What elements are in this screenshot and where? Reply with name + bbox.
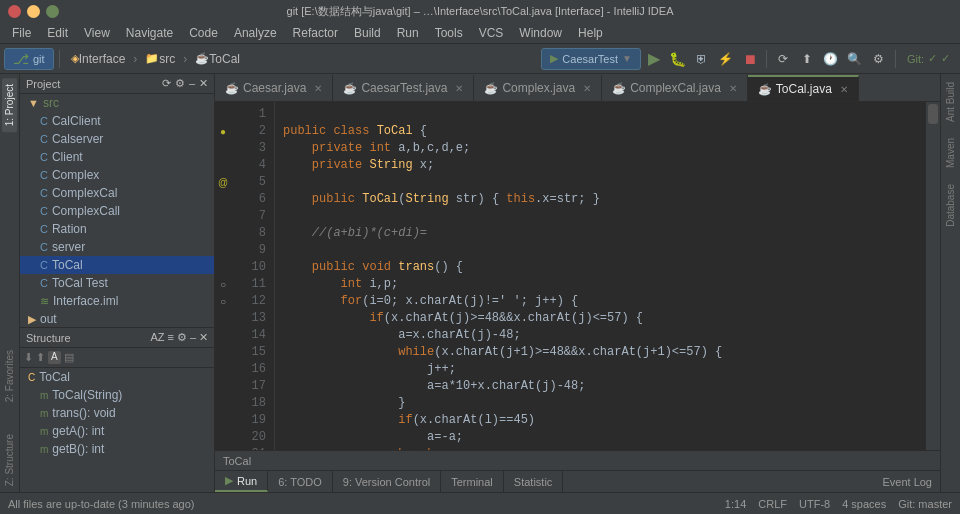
tree-item-calserver[interactable]: C Calserver (20, 130, 214, 148)
structure-section: Structure AZ ≡ ⚙ – ✕ ⬇ ⬆ A ▤ (20, 327, 214, 492)
run-config-selector[interactable]: ▶ CaesarTest ▼ (541, 48, 641, 70)
profile-button[interactable]: ⚡ (715, 48, 737, 70)
code-content[interactable]: public class ToCal { private int a,b,c,d… (275, 102, 926, 450)
tab-caesartest[interactable]: ☕ CaesarTest.java ✕ (333, 75, 474, 101)
menu-navigate[interactable]: Navigate (118, 24, 181, 42)
interface-breadcrumb[interactable]: ◈ Interface (65, 48, 132, 70)
tree-item-tocaltest[interactable]: C ToCal Test (20, 274, 214, 292)
tree-item-server[interactable]: C server (20, 238, 214, 256)
scrollbar-track[interactable] (926, 102, 940, 450)
bottom-tab-terminal[interactable]: Terminal (441, 471, 504, 492)
tree-item-interface-iml[interactable]: ≋ Interface.iml (20, 292, 214, 310)
cursor-position[interactable]: 1:14 (725, 498, 746, 510)
menu-run[interactable]: Run (389, 24, 427, 42)
menu-view[interactable]: View (76, 24, 118, 42)
scrollbar-thumb[interactable] (928, 104, 938, 124)
structure-item-trans[interactable]: m trans(): void (20, 404, 214, 422)
run-with-coverage-button[interactable]: ⛨ (691, 48, 713, 70)
struct-expand-icon[interactable]: – (190, 331, 196, 344)
project-expand-icon[interactable]: – (189, 77, 195, 90)
struct-close-icon[interactable]: ✕ (199, 331, 208, 344)
stop-button[interactable]: ⏹ (739, 48, 761, 70)
git-branch-status[interactable]: Git: master (898, 498, 952, 510)
project-sync-icon[interactable]: ⟳ (162, 77, 171, 90)
debug-button[interactable]: 🐛 (667, 48, 689, 70)
tab-complex[interactable]: ☕ Complex.java ✕ (474, 75, 602, 101)
menu-build[interactable]: Build (346, 24, 389, 42)
tab-tocal[interactable]: ☕ ToCal.java ✕ (748, 75, 859, 101)
tree-item-ration[interactable]: C Ration (20, 220, 214, 238)
structure-header[interactable]: Structure AZ ≡ ⚙ – ✕ (20, 328, 214, 348)
run-button[interactable]: ▶ (643, 48, 665, 70)
sort-type-icon[interactable]: ≡ (167, 331, 173, 344)
event-log-button[interactable]: Event Log (874, 474, 940, 490)
bottom-tab-todo[interactable]: 6: TODO (268, 471, 333, 492)
maximize-button[interactable] (46, 5, 59, 18)
tab-close-complex[interactable]: ✕ (583, 83, 591, 94)
struct-settings-icon[interactable]: ⚙ (177, 331, 187, 344)
struct-btn-anon[interactable]: A (48, 351, 61, 364)
tree-item-out[interactable]: ▶ out (20, 310, 214, 327)
close-button[interactable] (8, 5, 21, 18)
menu-file[interactable]: File (4, 24, 39, 42)
bottom-tab-statistic[interactable]: Statistic (504, 471, 564, 492)
structure-item-geta[interactable]: m getA(): int (20, 422, 214, 440)
menu-vcs[interactable]: VCS (471, 24, 512, 42)
tree-item-root[interactable]: ▼ src (20, 94, 214, 112)
maven-panel[interactable]: Maven (943, 130, 958, 176)
bottom-tab-vcs[interactable]: 9: Version Control (333, 471, 441, 492)
tree-item-complex[interactable]: C Complex (20, 166, 214, 184)
ant-build-panel[interactable]: Ant Build (943, 74, 958, 130)
struct-btn-3[interactable]: ▤ (64, 351, 74, 364)
tab-complexcal[interactable]: ☕ ComplexCal.java ✕ (602, 75, 748, 101)
tab-close-tocal[interactable]: ✕ (840, 84, 848, 95)
menu-code[interactable]: Code (181, 24, 226, 42)
encoding[interactable]: UTF-8 (799, 498, 830, 510)
structure-item-constructor[interactable]: m ToCal(String) (20, 386, 214, 404)
menu-refactor[interactable]: Refactor (285, 24, 346, 42)
menu-window[interactable]: Window (511, 24, 570, 42)
tree-item-complexcal[interactable]: C ComplexCal (20, 184, 214, 202)
tab-close-complexcal[interactable]: ✕ (729, 83, 737, 94)
menu-edit[interactable]: Edit (39, 24, 76, 42)
menu-tools[interactable]: Tools (427, 24, 471, 42)
sidebar-item-structure[interactable]: Z: Structure (2, 428, 17, 492)
sidebar-item-favorites[interactable]: 2: Favorites (2, 344, 17, 408)
sidebar-item-project[interactable]: 1: Project (2, 78, 17, 132)
tocal-breadcrumb[interactable]: ☕ ToCal (189, 48, 246, 70)
project-settings-icon[interactable]: ⚙ (175, 77, 185, 90)
struct-btn-2[interactable]: ⬆ (36, 351, 45, 364)
menu-analyze[interactable]: Analyze (226, 24, 285, 42)
tree-item-tocal[interactable]: C ToCal (20, 256, 214, 274)
vcs-history-button[interactable]: 🕐 (820, 48, 842, 70)
structure-item-tocal[interactable]: C ToCal (20, 368, 214, 386)
minimize-button[interactable] (27, 5, 40, 18)
project-header[interactable]: Project ⟳ ⚙ – ✕ (20, 74, 214, 94)
src-breadcrumb[interactable]: 📁 src (139, 48, 181, 70)
code-editor[interactable]: ● @ ○ ○ 12345 678910 1112131415 161 (215, 102, 940, 450)
git-button[interactable]: ⎇ git (4, 48, 54, 70)
tab-caesar[interactable]: ☕ Caesar.java ✕ (215, 75, 333, 101)
database-panel[interactable]: Database (943, 176, 958, 235)
tree-item-complexcall[interactable]: C ComplexCall (20, 202, 214, 220)
tab-close-caesar[interactable]: ✕ (314, 83, 322, 94)
vcs-update-button[interactable]: ⟳ (772, 48, 794, 70)
bottom-tab-run[interactable]: ▶ Run (215, 471, 268, 492)
dropdown-icon: ▼ (622, 53, 632, 64)
sort-alpha-icon[interactable]: AZ (150, 331, 164, 344)
tab-close-caesartest[interactable]: ✕ (455, 83, 463, 94)
project-close-icon[interactable]: ✕ (199, 77, 208, 90)
settings-button[interactable]: ⚙ (868, 48, 890, 70)
git-status[interactable]: Git: ✓ ✓ (901, 52, 956, 65)
tree-item-calclient[interactable]: C CalClient (20, 112, 214, 130)
tree-item-client[interactable]: C Client (20, 148, 214, 166)
search-everywhere-button[interactable]: 🔍 (844, 48, 866, 70)
structure-item-getb[interactable]: m getB(): int (20, 440, 214, 458)
struct-btn-1[interactable]: ⬇ (24, 351, 33, 364)
line-numbers: 12345 678910 1112131415 1617181920 21222… (231, 102, 275, 450)
line-separator[interactable]: CRLF (758, 498, 787, 510)
indent-indicator[interactable]: 4 spaces (842, 498, 886, 510)
vcs-commit-button[interactable]: ⬆ (796, 48, 818, 70)
menu-help[interactable]: Help (570, 24, 611, 42)
class-icon: C (40, 187, 48, 199)
